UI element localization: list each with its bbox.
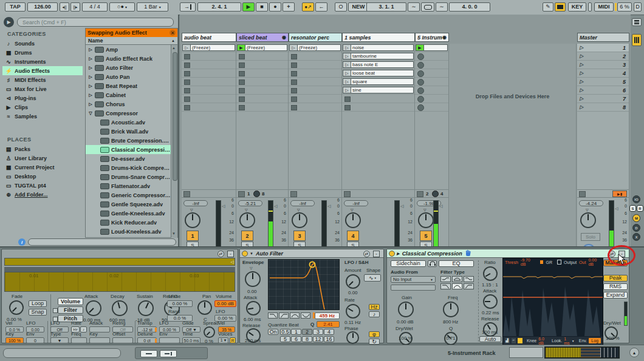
stop-all-clips-button[interactable] [579, 191, 586, 197]
clip-stop-button[interactable] [184, 88, 190, 93]
bandpass-icon[interactable] [452, 283, 462, 289]
meter-peak-value[interactable]: -Inf [183, 200, 208, 206]
mini-pan-knob[interactable] [253, 191, 260, 197]
clip-stop-button[interactable] [344, 96, 351, 102]
lookahead-value[interactable]: 1 ms [564, 337, 570, 345]
clip-stop-button[interactable] [417, 104, 424, 111]
list-item[interactable]: Kick Reducer.adv [86, 218, 172, 227]
flat-view-icon[interactable]: ⚡ [518, 338, 522, 343]
lowpass-icon[interactable] [268, 312, 278, 319]
shape-select[interactable]: ∿▾ [364, 274, 381, 282]
scene-slot[interactable]: ▷2 [577, 52, 629, 61]
filter-freq-field[interactable]: 455 Hz [315, 312, 340, 319]
clip-slot[interactable] [289, 78, 341, 86]
tab-filter[interactable]: Filter [58, 306, 83, 314]
device-chain-thumb-3[interactable] [581, 348, 600, 357]
clip-slot[interactable] [236, 61, 288, 69]
clip-stop-button[interactable] [184, 62, 190, 68]
fold-icon[interactable]: ▶ [397, 251, 400, 255]
list-item[interactable]: Drums-Kick Compresso... [86, 163, 172, 172]
expand-button[interactable]: Expand [603, 292, 628, 299]
clip-stop-button[interactable] [184, 105, 190, 110]
attack-knob[interactable] [246, 301, 261, 315]
clip-stop-button[interactable] [291, 105, 297, 110]
place-item-tugtal-pt4[interactable]: ▭TUGTAL pt4 [2, 181, 83, 190]
place-item-packs[interactable]: ▤Packs [2, 144, 83, 154]
session-view-toggle[interactable] [632, 34, 642, 46]
draw-mode-button[interactable]: ✎ [543, 2, 553, 12]
sidebar-item-midi-effects[interactable]: ♯MIDI Effects [2, 75, 83, 84]
list-item[interactable]: Loud-Kneeless.adv [86, 227, 172, 236]
clip-slot[interactable] [236, 69, 288, 78]
quantize-5[interactable]: 5 [280, 336, 290, 342]
clip-stop-button[interactable] [239, 88, 245, 93]
meter-peak-value[interactable]: -5.21 [238, 200, 262, 206]
phase-knob[interactable] [346, 331, 359, 344]
clip-slot[interactable] [236, 78, 288, 86]
glide-time-field[interactable]: 50.0 ms [182, 337, 200, 343]
quantize-12[interactable]: 12 [313, 336, 323, 342]
quantize-16[interactable]: 16 [324, 336, 334, 342]
clip-slot[interactable]: ▷(Freeze) [289, 44, 341, 52]
clip-slot[interactable]: ▶(Freeze) [236, 44, 288, 52]
hot-swap-icon[interactable]: ⇄ [609, 251, 615, 257]
clip[interactable]: ▶ [416, 44, 448, 51]
curve-view-icon[interactable]: ⌐ [512, 338, 516, 343]
sidebar-item-clips[interactable]: ▶Clips [2, 103, 83, 112]
scrollbar-thumb[interactable] [173, 52, 177, 181]
clip[interactable]: ▷loose beat [343, 70, 414, 76]
clip-play-icon[interactable]: ▷ [343, 62, 351, 67]
place-item-user-library[interactable]: ♙User Library [2, 154, 83, 163]
ratio-knob[interactable] [483, 266, 498, 281]
clip-stop-button[interactable] [344, 105, 351, 110]
info-icon[interactable]: i [18, 238, 26, 246]
midi-map-button[interactable]: MIDI [594, 2, 614, 12]
clip-slot[interactable] [289, 86, 341, 95]
freq-knob[interactable] [443, 302, 459, 317]
track-number-button[interactable]: 5 [420, 231, 432, 241]
device-title-bar[interactable]: ▶ Classical Compression [387, 249, 629, 258]
list-item[interactable]: Classical Compression.... [86, 145, 172, 154]
track-header-3[interactable]: resonator perc [289, 33, 342, 42]
clip-play-icon-active[interactable]: ▶ [238, 45, 245, 50]
track-number-button[interactable]: 3 [293, 231, 306, 241]
knee-value[interactable]: 6.0 dB [538, 337, 546, 345]
clip[interactable]: ▷(Freeze) [289, 44, 341, 51]
search-input[interactable]: Search (Cmd + F) [17, 18, 174, 27]
highpass-icon[interactable] [279, 312, 289, 319]
loop-start-field[interactable]: 3. 1. 1 [366, 2, 406, 12]
clip-slot[interactable]: ▷(Freeze) [182, 44, 236, 52]
clip[interactable]: ▷bass note E [343, 61, 414, 68]
pitch-env-field[interactable] [159, 337, 180, 343]
stop-all-clips-button[interactable] [238, 191, 245, 197]
activity-view-icon[interactable]: ▟ [505, 338, 510, 343]
reenable-automation-button[interactable]: ← [315, 2, 327, 12]
preview-icon[interactable]: ▶ [4, 17, 14, 27]
key-map-button[interactable]: KEY [568, 2, 586, 12]
sample-overview[interactable]: ◁ [4, 258, 235, 266]
output-swatch[interactable] [557, 260, 561, 265]
audio-from-select[interactable]: No Input▼ [391, 276, 436, 283]
punch-out-icon[interactable]: ∼ [436, 2, 448, 12]
env-attack-knob[interactable] [86, 300, 101, 316]
clip-slot[interactable] [236, 103, 288, 112]
clip-slot[interactable] [236, 95, 288, 103]
master-pan-knob[interactable] [580, 212, 596, 228]
hot-swap-icon[interactable]: ⇄ [218, 251, 224, 257]
phase-mode-icon[interactable]: φ [369, 331, 380, 337]
clip-stop-button[interactable] [291, 54, 297, 59]
meter-peak-value[interactable]: -Inf [290, 200, 315, 206]
fade-knob[interactable] [9, 300, 24, 315]
scene-play-icon[interactable]: ▷ [580, 96, 583, 101]
clip-slot[interactable] [182, 61, 236, 69]
save-preset-icon[interactable]: ▫ [227, 251, 234, 257]
close-icon[interactable]: ✕ [170, 30, 176, 36]
lowpass-icon[interactable] [440, 283, 451, 289]
loop-switch-icon[interactable] [421, 2, 434, 12]
thresh-value[interactable]: -9.70 dB [521, 258, 535, 266]
list-item[interactable]: Brute Compression.adv [86, 136, 172, 145]
env-decay-knob[interactable] [112, 300, 128, 316]
device-activator[interactable] [389, 251, 395, 257]
metronome-button[interactable]: ○●▾ [109, 2, 135, 12]
nudge-down-icon[interactable]: ◂|| [60, 2, 69, 12]
